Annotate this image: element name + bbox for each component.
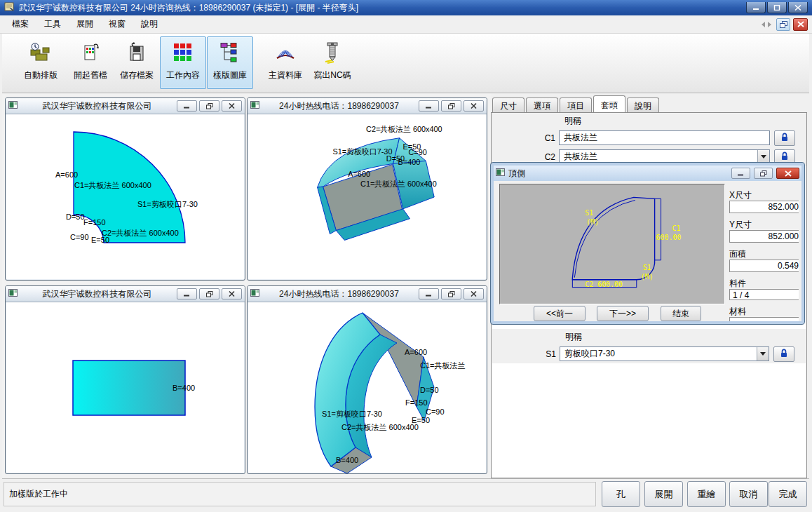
svg-text:A=600: A=600 <box>405 348 427 356</box>
template-library-icon <box>219 41 241 65</box>
toolbar: 自動排版 開起舊檔 儲存檔案 工作內容 樣版圖庫 主資料庫 寫出NC碼 <box>2 34 809 93</box>
svg-text:A=600: A=600 <box>348 170 370 178</box>
menu-file[interactable]: 檔案 <box>4 15 36 33</box>
s1-name-dropdown[interactable]: 剪板咬口7-30 <box>560 346 769 361</box>
iso-top-drawing: C2=共板法兰 600x400 S1=剪板咬口7-30 E=50 C=90 D=… <box>248 115 487 281</box>
tab-options[interactable]: 選項 <box>526 97 558 112</box>
flat-pattern-viewport[interactable]: A=600 C1=共板法兰 600x400 S1=剪板咬口7-30 D=50 F… <box>6 115 244 279</box>
tab-size[interactable]: 尺寸 <box>492 97 525 112</box>
tab-collar[interactable]: 套頭 <box>593 95 625 112</box>
maximize-icon[interactable] <box>767 2 787 13</box>
child-titlebar[interactable]: 武汉华宇诚数控科技有限公司 <box>6 98 245 114</box>
minimize-icon[interactable] <box>419 288 439 299</box>
area-value: 0.549 <box>729 260 799 272</box>
child-window-icon <box>250 101 259 111</box>
child-titlebar[interactable]: 武汉华宇诚数控科技有限公司 <box>6 286 245 302</box>
child-close-icon[interactable] <box>793 18 808 31</box>
restore-icon[interactable] <box>441 288 461 299</box>
x-size-value: 852.000 <box>729 201 799 213</box>
mdi-window-iso-bottom: 24小时热线电话：18986290037 A=600 C1=共板法兰 D=50 … <box>247 285 487 474</box>
row-key: C1 <box>492 133 559 143</box>
nav-prev-icon[interactable] <box>762 22 765 27</box>
material-label: 材料 <box>729 306 799 316</box>
close-icon[interactable] <box>788 2 808 13</box>
svg-text:S1=剪板咬口7-30: S1=剪板咬口7-30 <box>137 200 198 208</box>
auto-nest-button[interactable]: 自動排版 <box>18 36 64 89</box>
svg-text:(M): (M) <box>641 273 654 281</box>
c1-name-field[interactable]: 共板法兰 <box>559 130 770 145</box>
child-titlebar[interactable]: 24小时热线电话：18986290037 <box>248 98 487 114</box>
s1-name-value: 剪板咬口7-30 <box>564 348 615 360</box>
status-text: 加樣版於工作中 <box>9 488 68 500</box>
minimize-icon[interactable] <box>731 168 750 179</box>
dialog-icon <box>496 168 505 178</box>
unfold-button[interactable]: 展開 <box>644 481 683 507</box>
lock-icon <box>780 151 789 163</box>
preview-drawing: S1 (M) C1 600.00 S1 (M) C2 600.00 <box>500 184 724 304</box>
menu-help[interactable]: 說明 <box>133 15 165 33</box>
open-file-icon <box>80 41 101 65</box>
close-icon[interactable] <box>463 288 484 299</box>
restore-icon[interactable] <box>441 100 461 112</box>
part-value: 1 / 4 <box>729 289 799 300</box>
dialog-titlebar[interactable]: 頂側 <box>494 166 801 181</box>
menu-unfold[interactable]: 展開 <box>69 15 101 33</box>
save-file-button[interactable]: 儲存檔案 <box>114 36 160 89</box>
master-database-button[interactable]: 主資料庫 <box>262 36 309 89</box>
s1-lock-button[interactable] <box>773 346 794 362</box>
previous-button[interactable]: <<前一 <box>534 306 586 321</box>
cancel-button[interactable]: 取消 <box>729 481 768 507</box>
nav-next-icon[interactable] <box>768 22 771 27</box>
x-size-label: X尺寸 <box>729 189 799 199</box>
write-nc-code-button[interactable]: 寫出NC碼 <box>309 36 356 89</box>
hole-button[interactable]: 孔 <box>602 481 640 507</box>
dropdown-arrow-icon[interactable] <box>757 347 769 361</box>
mdi-window-iso-top: 24小时热线电话：18986290037 C2=共板法兰 600x400 S1=… <box>247 97 487 281</box>
c2-name-dropdown[interactable]: 共板法兰 <box>559 149 770 164</box>
child-restore-icon[interactable] <box>776 18 790 31</box>
svg-text:F=150: F=150 <box>405 398 428 407</box>
open-file-button[interactable]: 開起舊檔 <box>67 36 114 89</box>
close-icon[interactable] <box>222 288 242 299</box>
svg-text:600.00: 600.00 <box>656 234 682 241</box>
finish-button[interactable]: 结束 <box>661 306 701 321</box>
close-icon[interactable] <box>463 100 484 112</box>
tab-help[interactable]: 說明 <box>627 97 659 112</box>
rect-view-viewport[interactable]: B=400 <box>6 303 244 473</box>
iso-bottom-viewport[interactable]: A=600 C1=共板法兰 D=50 F=150 C=90 S1=剪板咬口7-3… <box>248 303 486 473</box>
template-library-button[interactable]: 樣版圖庫 <box>207 36 253 89</box>
lock-icon <box>780 133 789 144</box>
tab-items[interactable]: 項目 <box>560 97 592 112</box>
done-button[interactable]: 完成 <box>769 481 807 507</box>
restore-icon[interactable] <box>199 100 219 112</box>
svg-text:C2=共板法兰 600x400: C2=共板法兰 600x400 <box>102 229 179 237</box>
c1-name-value: 共板法兰 <box>564 132 597 144</box>
minimize-icon[interactable] <box>177 100 197 112</box>
preview-canvas: S1 (M) C1 600.00 S1 (M) C2 600.00 <box>499 184 725 304</box>
iso-top-viewport[interactable]: C2=共板法兰 600x400 S1=剪板咬口7-30 E=50 C=90 D=… <box>248 115 486 279</box>
next-button[interactable]: 下一>> <box>597 306 649 321</box>
minimize-icon[interactable] <box>419 100 439 112</box>
menu-window[interactable]: 視窗 <box>101 15 133 33</box>
minimize-icon[interactable] <box>177 288 197 299</box>
menu-tools[interactable]: 工具 <box>36 15 69 33</box>
menubar: 檔案 工具 展開 視窗 說明 <box>0 15 812 34</box>
child-titlebar[interactable]: 24小时热线电话：18986290037 <box>248 286 487 302</box>
iso-bottom-drawing: A=600 C1=共板法兰 D=50 F=150 C=90 S1=剪板咬口7-3… <box>248 303 487 474</box>
tool-label: 主資料庫 <box>269 69 302 81</box>
redraw-button[interactable]: 重繪 <box>687 481 726 507</box>
area-label: 面積 <box>729 248 799 258</box>
work-content-button[interactable]: 工作內容 <box>160 36 206 89</box>
main-titlebar[interactable]: 武汉华宇诚数控科技有限公司 24小时咨询热线：18986290037 (未指定1… <box>0 0 812 15</box>
svg-text:C2 600.00: C2 600.00 <box>585 281 623 288</box>
close-icon[interactable] <box>222 100 242 112</box>
minimize-icon[interactable] <box>746 2 766 13</box>
y-size-label: Y尺寸 <box>729 219 799 229</box>
restore-icon[interactable] <box>754 168 773 179</box>
close-icon[interactable] <box>776 168 799 179</box>
write-nc-code-icon <box>323 41 341 65</box>
restore-icon[interactable] <box>199 288 219 299</box>
c1-lock-button[interactable] <box>774 130 795 146</box>
dropdown-arrow-icon[interactable] <box>757 150 769 163</box>
svg-text:B=400: B=400 <box>172 384 195 392</box>
